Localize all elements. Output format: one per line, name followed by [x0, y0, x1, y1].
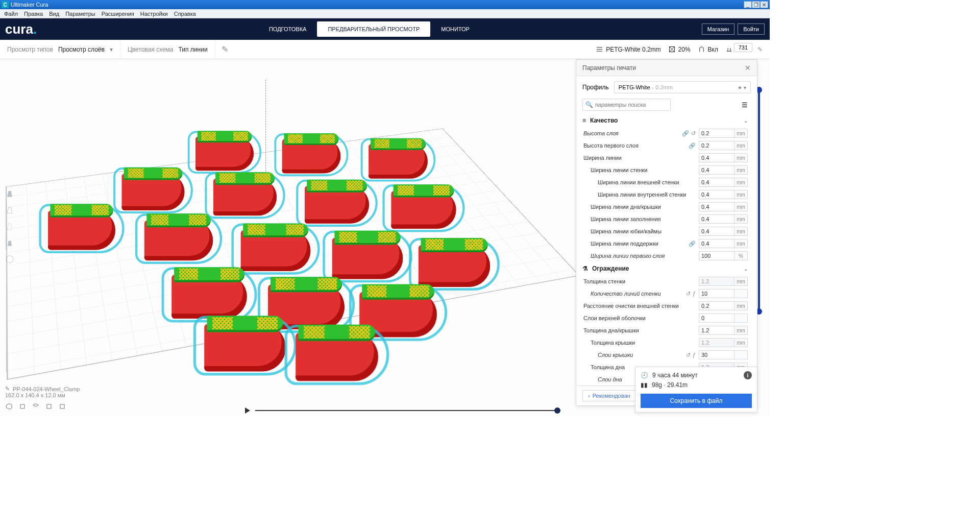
- model-instance[interactable]: [48, 211, 115, 250]
- setting-label: Ширина линии первого слоя: [583, 253, 699, 259]
- profile-dropdown[interactable]: PETG-White - 0.2mm ★ ▾: [614, 81, 751, 93]
- view-3d-icon[interactable]: [5, 402, 13, 413]
- setting-value-input[interactable]: 10: [699, 289, 734, 298]
- setting-value-input[interactable]: 0.2: [699, 129, 734, 138]
- model-instance[interactable]: [195, 137, 254, 171]
- model-instance[interactable]: [419, 245, 490, 287]
- setting-value-input[interactable]: 0.4: [699, 239, 734, 248]
- model-instance[interactable]: [144, 221, 213, 260]
- marketplace-button[interactable]: Магазин: [702, 23, 734, 35]
- view-left-icon[interactable]: [45, 402, 53, 413]
- setting-row: Ширина линии стенки0.4mm: [576, 164, 754, 176]
- model-instance[interactable]: [282, 139, 341, 174]
- view-right-icon[interactable]: [58, 402, 66, 413]
- print-profile-chip[interactable]: PETG-White 0.2mm: [596, 45, 660, 53]
- view-type-selector[interactable]: Просмотр типов Просмотр слоёв ▾: [0, 40, 120, 59]
- setting-label: Количество линий стенки: [583, 291, 686, 297]
- tab-monitor[interactable]: МОНИТОР: [430, 21, 480, 37]
- view-front2-icon[interactable]: [18, 402, 27, 413]
- edit-settings-icon[interactable]: ✎: [757, 46, 763, 53]
- setting-value-input[interactable]: 1.2: [699, 326, 734, 335]
- model-instance[interactable]: [172, 275, 247, 319]
- recommended-button[interactable]: ‹ Рекомендован: [582, 390, 636, 401]
- tab-prepare[interactable]: ПОДГОТОВКА: [258, 21, 317, 37]
- view-xray-icon[interactable]: [3, 203, 16, 216]
- link-icon[interactable]: 🔗: [689, 240, 696, 247]
- color-scheme-selector[interactable]: Цветовая схема Тип линии: [120, 40, 215, 59]
- setting-unit: mm: [734, 326, 748, 335]
- view-solid-icon[interactable]: [3, 187, 16, 200]
- menu-view[interactable]: Вид: [46, 11, 62, 17]
- maximize-button[interactable]: ❐: [752, 1, 760, 8]
- setting-unit: mm: [734, 277, 748, 286]
- menu-settings[interactable]: Параметры: [62, 11, 99, 17]
- setting-value-input[interactable]: 0.4: [699, 202, 734, 211]
- section-quality[interactable]: ≡ Качество ⌄: [576, 114, 754, 127]
- timeline-thumb[interactable]: [554, 407, 560, 414]
- setting-row: Толщина крышки1.2mm: [576, 336, 754, 349]
- info-icon[interactable]: i: [744, 371, 752, 379]
- app-title: Ultimaker Cura: [11, 2, 48, 8]
- model-instance[interactable]: [369, 144, 428, 179]
- reset-icon[interactable]: ↺: [686, 352, 691, 358]
- minimize-button[interactable]: _: [744, 1, 752, 8]
- signin-button[interactable]: Войти: [738, 23, 765, 35]
- simulation-timeline[interactable]: [245, 407, 560, 414]
- tab-preview[interactable]: ПРЕДВАРИТЕЛЬНЫЙ ПРОСМОТР: [317, 21, 430, 37]
- setting-value-input[interactable]: 100: [699, 251, 734, 260]
- setting-icons: 🔗: [689, 142, 696, 149]
- setting-value-input[interactable]: 0.4: [699, 165, 734, 175]
- settings-menu-icon[interactable]: ☰: [739, 99, 751, 111]
- model-instance[interactable]: [296, 333, 378, 381]
- setting-value-input[interactable]: 0.4: [699, 178, 734, 187]
- setting-unit: mm: [734, 165, 748, 175]
- save-to-file-button[interactable]: Сохранить в файл: [641, 394, 752, 408]
- timeline-track[interactable]: [255, 410, 560, 411]
- close-button[interactable]: ✕: [760, 1, 768, 8]
- model-instance[interactable]: [305, 186, 369, 224]
- model-instance[interactable]: [122, 174, 185, 210]
- model-instance[interactable]: [391, 191, 456, 229]
- setting-value-input[interactable]: 0.4: [699, 153, 734, 162]
- setting-value-input[interactable]: 0: [699, 314, 734, 323]
- setting-value-input[interactable]: 0.4: [699, 214, 734, 224]
- setting-row: Высота первого слоя🔗0.2mm: [576, 139, 754, 152]
- setting-value-input[interactable]: 0.2: [699, 141, 734, 150]
- link-icon[interactable]: 🔗: [689, 142, 696, 149]
- menu-help[interactable]: Справка: [171, 11, 199, 17]
- setting-value-input[interactable]: 0.4: [699, 227, 734, 236]
- settings-search-input[interactable]: [582, 99, 671, 111]
- reset-icon[interactable]: ↺: [686, 291, 691, 297]
- view-front-icon[interactable]: [3, 236, 16, 249]
- reset-icon[interactable]: ↺: [691, 130, 696, 137]
- setting-icons: ↺ƒ: [686, 352, 696, 358]
- model-instance[interactable]: [332, 238, 403, 279]
- menu-extensions[interactable]: Расширения: [99, 11, 137, 17]
- menu-edit[interactable]: Правка: [21, 11, 46, 17]
- view-iso-icon[interactable]: [3, 252, 16, 266]
- section-walls[interactable]: ⚗ Ограждение ⌄: [576, 262, 754, 275]
- infill-chip[interactable]: 20%: [668, 45, 691, 53]
- clock-icon: 🕘: [641, 372, 648, 379]
- support-chip[interactable]: Вкл: [698, 45, 718, 53]
- setting-value-input[interactable]: 0.2: [699, 301, 734, 310]
- link-icon[interactable]: 🔗: [682, 130, 689, 137]
- fx-icon[interactable]: ƒ: [693, 291, 696, 297]
- panel-close-icon[interactable]: ✕: [745, 64, 751, 72]
- play-icon[interactable]: [245, 407, 250, 414]
- setting-value-input[interactable]: 30: [699, 350, 734, 359]
- edit-icon[interactable]: ✎: [215, 44, 234, 54]
- setting-value-input[interactable]: 0.4: [699, 190, 734, 199]
- view-layer-icon[interactable]: [3, 220, 16, 233]
- model-instance[interactable]: [213, 179, 277, 215]
- print-settings-panel: Параметры печати ✕ Профиль PETG-White - …: [576, 59, 757, 406]
- model-instance[interactable]: [241, 230, 311, 271]
- menu-file[interactable]: Файл: [1, 11, 21, 17]
- view-top-icon[interactable]: [32, 402, 40, 413]
- menu-preferences[interactable]: Настройки: [137, 11, 171, 17]
- svg-rect-2: [47, 404, 51, 408]
- model-instance[interactable]: [204, 324, 286, 371]
- app-icon: C: [2, 1, 9, 8]
- setting-unit: mm: [734, 129, 748, 138]
- fx-icon[interactable]: ƒ: [693, 352, 696, 358]
